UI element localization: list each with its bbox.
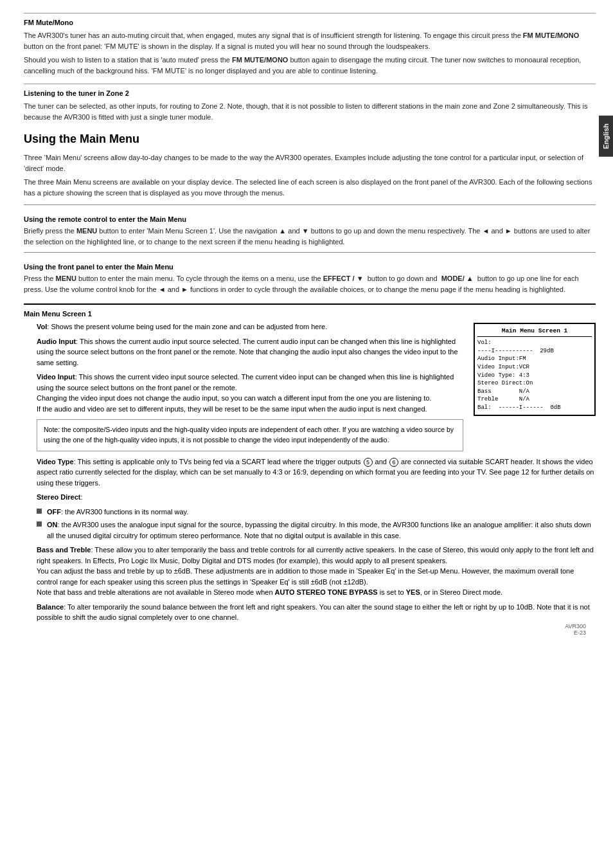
screen-box-title: Main Menu Screen 1 <box>477 327 592 337</box>
balance-item: Balance: To alter temporarily the sound … <box>37 602 596 623</box>
video-input-label: Video Input <box>37 373 75 381</box>
balance-label: Balance <box>37 603 64 611</box>
front-panel-sub-heading: Using the front panel to enter the Main … <box>24 263 596 271</box>
main-menu-intro2: The three Main Menu screens are availabl… <box>24 177 596 198</box>
main-menu-heading: Using the Main Menu <box>24 132 596 146</box>
fm-mute-para2: Should you wish to listen to a station t… <box>24 55 596 76</box>
remote-sub-heading: Using the remote control to enter the Ma… <box>24 215 596 223</box>
fm-mute-body: The AVR300's tuner has an auto-muting ci… <box>24 30 596 76</box>
screen1-text-col: Vol: Shows the present volume being used… <box>24 321 463 457</box>
fm-mute-section: FM Mute/Mono The AVR300's tuner has an a… <box>24 13 596 76</box>
remote-body: Briefly press the MENU button to enter '… <box>24 226 596 247</box>
screen-box-content: Vol: ----I----------- 29dB Audio Input:F… <box>477 339 592 411</box>
video-type-item: Video Type: This setting is applicable o… <box>37 457 596 489</box>
front-panel-sub-section: Using the front panel to enter the Main … <box>24 252 596 294</box>
note-box: Note: the composite/S-video inputs and t… <box>37 419 463 451</box>
stereo-on-item: ON: the AVR300 uses the analogue input s… <box>37 520 596 541</box>
zone2-para1: The tuner can be selected, as other inpu… <box>24 101 596 122</box>
screen1-layout: Vol: Shows the present volume being used… <box>24 321 596 457</box>
stereo-direct-bullets: OFF: the AVR300 functions in its normal … <box>37 507 596 541</box>
stereo-off-item: OFF: the AVR300 functions in its normal … <box>37 507 596 518</box>
audio-input-item: Audio Input: This shows the current audi… <box>37 336 463 368</box>
trigger-5-icon: 5 <box>364 458 373 467</box>
fm-mute-title: FM Mute/Mono <box>24 19 596 26</box>
page-label: AVR300 E-23 <box>565 623 586 636</box>
bass-treble-item: Bass and Treble: These allow you to alte… <box>37 545 596 598</box>
zone2-section: Listening to the tuner in Zone 2 The tun… <box>24 84 596 122</box>
page-number: E-23 <box>565 629 586 636</box>
vol-item: Vol: Shows the present volume being used… <box>37 321 463 332</box>
model-label: AVR300 <box>565 623 586 629</box>
note-text: Note: the composite/S-video inputs and t… <box>44 426 454 444</box>
audio-input-label: Audio Input <box>37 338 76 345</box>
stereo-off-text: OFF: the AVR300 functions in its normal … <box>47 507 188 518</box>
main-menu-section: Using the Main Menu Three 'Main Menu' sc… <box>24 132 596 294</box>
video-type-label: Video Type <box>37 458 74 466</box>
stereo-direct-item: Stereo Direct: <box>37 492 596 503</box>
main-menu-intro: Three 'Main Menu' screens allow day-to-d… <box>24 152 596 198</box>
main-menu-intro1: Three 'Main Menu' screens allow day-to-d… <box>24 152 596 174</box>
vol-label: Vol <box>37 323 47 330</box>
bullet-on-icon <box>37 521 42 527</box>
trigger-6-icon: 6 <box>389 458 398 467</box>
remote-sub-section: Using the remote control to enter the Ma… <box>24 204 596 247</box>
zone2-body: The tuner can be selected, as other inpu… <box>24 101 596 122</box>
screen1-section: Main Menu Screen 1 Vol: Shows the presen… <box>24 303 596 623</box>
fm-mute-para1: The AVR300's tuner has an auto-muting ci… <box>24 30 596 51</box>
stereo-direct-label: Stereo Direct <box>37 493 80 501</box>
video-input-item: Video Input: This shows the current vide… <box>37 372 463 414</box>
bass-treble-label: Bass and Treble <box>37 546 91 554</box>
bullet-off-icon <box>37 509 42 514</box>
screen-box: Main Menu Screen 1 Vol: ----I-----------… <box>474 323 596 416</box>
stereo-on-text: ON: the AVR300 uses the analogue input s… <box>47 520 596 541</box>
screen1-title: Main Menu Screen 1 <box>24 310 596 318</box>
front-panel-body: Press the MENU button to enter the main … <box>24 273 596 294</box>
zone2-title: Listening to the tuner in Zone 2 <box>24 89 596 97</box>
